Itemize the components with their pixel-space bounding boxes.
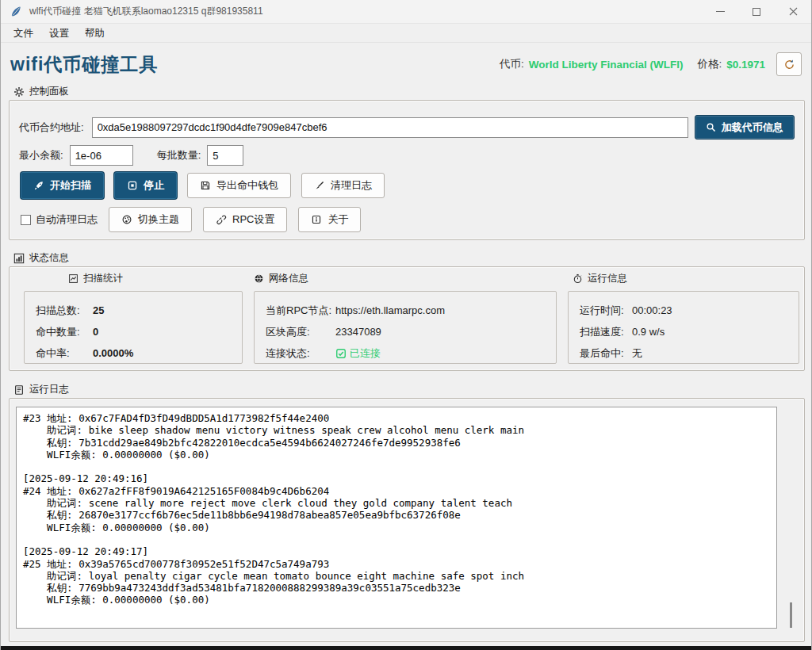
scan-stats-group: 扫描统计 扫描总数:25 命中数量:0 命中率:0.0000% — [24, 272, 243, 364]
maximize-icon — [753, 8, 760, 16]
about-button[interactable]: 关于 — [298, 207, 361, 232]
min-balance-input[interactable] — [70, 145, 133, 166]
log-scrollbar-thumb[interactable] — [790, 602, 792, 628]
rpc-node-label: 当前RPC节点: — [266, 300, 335, 321]
token-name: World Liberty Financial (WLFI) — [529, 59, 684, 71]
menubar: 文件 设置 帮助 — [1, 25, 811, 43]
stop-icon — [127, 180, 138, 191]
status-panel: 扫描统计 扫描总数:25 命中数量:0 命中率:0.0000% 网络信息 当前R… — [9, 266, 805, 371]
stop-button[interactable]: 停止 — [114, 172, 177, 199]
magnifier-icon — [706, 122, 717, 133]
stat-hits-value: 0 — [93, 321, 98, 342]
maximize-button[interactable] — [738, 0, 775, 23]
log-text-area[interactable]: #23 地址: 0x67c7FAD4fD3fD49dBDD5A1d1773982… — [16, 407, 777, 629]
connection-label: 连接状态: — [266, 342, 335, 364]
batch-size-label: 每批数量: — [157, 148, 201, 162]
toggle-theme-label: 切换主题 — [138, 212, 179, 227]
min-balance-label: 最小余额: — [19, 148, 63, 162]
app-window: wlfi代币碰撞 老猫飞机联系laomao12315 q群981935811 文… — [0, 0, 812, 650]
stat-total-value: 25 — [93, 300, 104, 321]
price-label: 价格: — [697, 57, 722, 71]
close-button[interactable] — [775, 0, 811, 23]
token-info: 代币: World Liberty Financial (WLFI) 价格: $… — [500, 52, 802, 76]
last-hit-row: 最后命中:无 — [580, 342, 787, 364]
stat-rate-value: 0.0000% — [93, 342, 133, 364]
refresh-icon — [783, 59, 795, 71]
stat-rate-row: 命中率:0.0000% — [36, 342, 231, 364]
load-token-info-label: 加载代币信息 — [722, 120, 783, 135]
log-content: #23 地址: 0x67c7FAD4fD3fD49dBDD5A1d1773982… — [17, 407, 776, 611]
clear-log-label: 清理日志 — [331, 178, 372, 193]
status-section-title: 状态信息 — [13, 251, 69, 265]
start-scan-button[interactable]: 开始扫描 — [21, 172, 104, 199]
close-icon — [789, 7, 798, 16]
stat-hits-label: 命中数量: — [36, 321, 93, 342]
network-info-title: 网络信息 — [254, 272, 557, 285]
stopwatch-icon — [573, 273, 583, 284]
rocket-icon — [33, 180, 44, 191]
contract-address-input[interactable] — [92, 117, 688, 138]
start-scan-label: 开始扫描 — [50, 178, 91, 193]
chain-link-icon — [216, 214, 227, 225]
network-info-title-text: 网络信息 — [269, 272, 308, 285]
rpc-node-value: https://eth.llamarpc.com — [335, 300, 445, 321]
status-section-title-text: 状态信息 — [29, 251, 69, 265]
toggle-theme-button[interactable]: 切换主题 — [109, 207, 192, 232]
block-height-label: 区块高度: — [266, 321, 335, 342]
window-title: wlfi代币碰撞 老猫飞机联系laomao12315 q群981935811 — [29, 5, 263, 18]
speed-value: 0.9 w/s — [632, 321, 665, 342]
stat-hits-row: 命中数量:0 — [36, 321, 231, 342]
checked-box-icon — [335, 348, 347, 359]
options-row: 自动清理日志 切换主题 RPC设置 关于 — [21, 207, 361, 232]
titlebar: wlfi代币碰撞 老猫飞机联系laomao12315 q群981935811 — [1, 0, 811, 24]
load-token-info-button[interactable]: 加载代币信息 — [695, 115, 795, 140]
connection-status: 已连接 — [335, 342, 381, 364]
control-panel-title: 控制面板 — [13, 85, 69, 98]
auto-clear-checkbox[interactable]: 自动清理日志 — [21, 212, 98, 227]
contract-row: 代币合约地址: 加载代币信息 — [19, 115, 796, 140]
floppy-disk-icon — [200, 180, 211, 191]
minimize-button[interactable] — [702, 0, 738, 23]
token-label: 代币: — [500, 57, 524, 71]
batch-size-input[interactable] — [207, 145, 243, 166]
menu-help[interactable]: 帮助 — [79, 25, 111, 42]
checkbox-icon — [21, 215, 31, 225]
rpc-settings-label: RPC设置 — [232, 212, 274, 227]
run-log-title: 运行日志 — [13, 383, 69, 396]
stop-label: 停止 — [144, 178, 164, 193]
control-panel: 代币合约地址: 加载代币信息 最小余额: 每批数量: 开始扫描 停止 — [9, 100, 805, 240]
clear-log-button[interactable]: 清理日志 — [301, 173, 385, 198]
app-logo-feather-icon — [10, 6, 22, 18]
params-row: 最小余额: 每批数量: — [19, 145, 243, 166]
about-label: 关于 — [327, 212, 348, 227]
block-height-value: 23347089 — [335, 321, 381, 342]
auto-clear-label: 自动清理日志 — [36, 212, 98, 227]
minimize-icon — [716, 11, 725, 12]
scan-stats-title: 扫描统计 — [68, 272, 243, 285]
speed-row: 扫描速度:0.9 w/s — [580, 321, 787, 342]
scan-stats-box: 扫描总数:25 命中数量:0 命中率:0.0000% — [24, 291, 243, 364]
menu-settings[interactable]: 设置 — [43, 25, 75, 42]
bar-chart-icon — [13, 253, 25, 264]
control-panel-title-text: 控制面板 — [29, 85, 69, 98]
rpc-settings-button[interactable]: RPC设置 — [203, 207, 287, 232]
window-bottom-edge — [1, 646, 811, 650]
palette-icon — [121, 214, 132, 225]
last-hit-label: 最后命中: — [580, 342, 632, 364]
refresh-price-button[interactable] — [776, 52, 802, 76]
export-hits-button[interactable]: 导出命中钱包 — [187, 173, 291, 198]
network-info-group: 网络信息 当前RPC节点:https://eth.llamarpc.com 区块… — [254, 272, 557, 364]
action-buttons-row: 开始扫描 停止 导出命中钱包 清理日志 — [21, 172, 385, 199]
network-info-box: 当前RPC节点:https://eth.llamarpc.com 区块高度:23… — [254, 291, 557, 364]
log-scrollbar[interactable] — [785, 407, 798, 629]
connection-value: 已连接 — [350, 342, 381, 364]
run-log-panel: #23 地址: 0x67c7FAD4fD3fD49dBDD5A1d1773982… — [9, 398, 805, 642]
runtime-value: 00:00:23 — [632, 300, 672, 321]
gear-icon — [13, 86, 25, 98]
brush-icon — [314, 180, 325, 191]
stat-rate-label: 命中率: — [36, 342, 93, 364]
token-price: $0.1971 — [726, 59, 765, 71]
header: wifi代币碰撞工具 代币: World Liberty Financial (… — [10, 48, 802, 81]
menu-file[interactable]: 文件 — [7, 25, 40, 42]
page-title: wifi代币碰撞工具 — [10, 52, 158, 77]
